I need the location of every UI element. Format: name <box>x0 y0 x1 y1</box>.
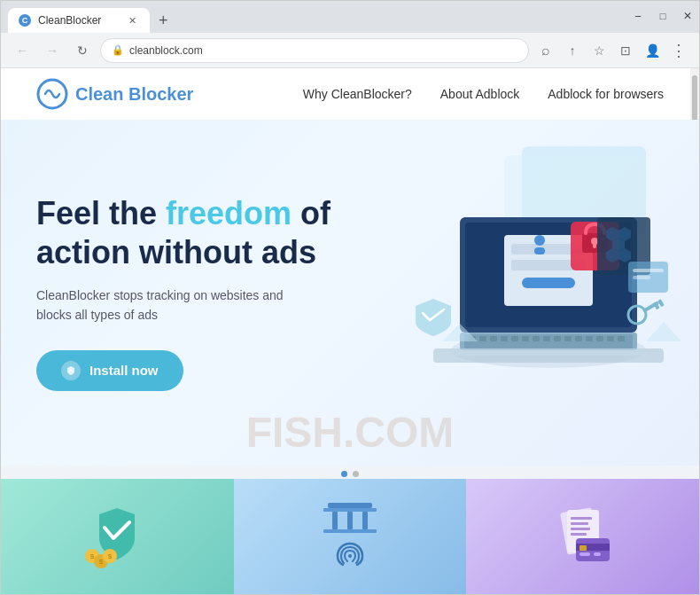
logo-clean: Clean <box>75 84 123 104</box>
svg-rect-57 <box>328 503 372 508</box>
cards-section: $ $ $ <box>1 479 699 594</box>
active-tab[interactable]: C CleanBlocker ✕ <box>8 8 150 33</box>
hero-title-part2: of <box>292 195 331 231</box>
maximize-button[interactable]: □ <box>650 4 675 28</box>
tab-title: CleanBlocker <box>38 14 101 27</box>
forward-button[interactable]: → <box>40 38 65 63</box>
url-bar[interactable]: 🔒 cleanblock.com <box>100 38 529 63</box>
svg-rect-61 <box>362 512 368 529</box>
tab-bar: C CleanBlocker ✕ + <box>8 1 692 33</box>
webpage-content: Clean Blocker Why CleanBlocker? About Ad… <box>1 68 699 594</box>
svg-point-63 <box>348 554 352 558</box>
nav-adblock-browsers[interactable]: Adblock for browsers <box>548 87 664 101</box>
hero-title-highlight: freedom <box>166 195 292 231</box>
hero-content: Feel the freedom of action without ads C… <box>36 194 664 390</box>
svg-rect-60 <box>347 512 353 529</box>
close-button[interactable]: ✕ <box>675 4 700 28</box>
site-navigation: Clean Blocker Why CleanBlocker? About Ad… <box>1 68 699 120</box>
svg-text:$: $ <box>108 552 113 560</box>
favicon-letter: C <box>22 16 28 25</box>
svg-rect-58 <box>323 508 377 512</box>
card-1-illustration: $ $ $ <box>73 492 161 581</box>
maximize-icon: □ <box>660 11 666 21</box>
refresh-icon: ↻ <box>77 43 88 58</box>
hero-title-part1: Feel the <box>36 195 166 231</box>
close-icon: ✕ <box>683 10 692 22</box>
install-button-label: Install now <box>89 363 159 378</box>
extensions-icon[interactable]: ⊡ <box>614 39 637 62</box>
nav-about-adblock[interactable]: About Adblock <box>440 87 520 101</box>
carousel-dot-2[interactable] <box>353 471 359 477</box>
install-icon <box>61 361 81 380</box>
hero-section: Feel the freedom of action without ads C… <box>1 120 699 466</box>
logo-icon <box>36 78 68 110</box>
card-2 <box>234 479 467 594</box>
logo: Clean Blocker <box>36 78 193 110</box>
share-icon[interactable]: ↑ <box>561 39 584 62</box>
svg-rect-72 <box>579 552 590 556</box>
svg-rect-68 <box>571 528 590 530</box>
card-1: $ $ $ <box>1 479 234 594</box>
svg-rect-59 <box>332 512 338 529</box>
svg-rect-67 <box>571 522 588 525</box>
forward-icon: → <box>46 43 58 58</box>
hero-subtitle: CleanBlocker stops tracking on websites … <box>36 286 320 325</box>
svg-rect-62 <box>323 529 377 533</box>
lock-icon: 🔒 <box>112 44 124 56</box>
tab-favicon: C <box>19 14 31 27</box>
back-icon: ← <box>16 43 28 58</box>
title-bar: C CleanBlocker ✕ + − □ ✕ <box>1 1 699 33</box>
bookmark-icon[interactable]: ☆ <box>587 39 611 62</box>
tab-close-button[interactable]: ✕ <box>125 13 139 27</box>
svg-rect-73 <box>594 552 601 556</box>
svg-text:$: $ <box>99 558 104 566</box>
hero-title: Feel the freedom of action without ads <box>36 194 664 270</box>
refresh-button[interactable]: ↻ <box>70 38 95 63</box>
account-icon[interactable]: 👤 <box>641 39 664 62</box>
search-icon[interactable]: ⌕ <box>534 39 557 62</box>
watermark: FISH.COM <box>246 408 455 457</box>
main-nav: Why CleanBlocker? About Adblock Adblock … <box>303 87 664 101</box>
minimize-button[interactable]: − <box>626 4 650 28</box>
back-button[interactable]: ← <box>10 38 35 63</box>
browser-window: C CleanBlocker ✕ + − □ ✕ ← → <box>0 0 700 595</box>
address-bar-icons: ⌕ ↑ ☆ ⊡ 👤 ⋮ <box>534 39 690 62</box>
svg-text:$: $ <box>90 552 95 560</box>
minimize-icon: − <box>634 10 642 23</box>
svg-rect-74 <box>579 545 587 551</box>
card-2-illustration <box>306 492 394 581</box>
svg-rect-69 <box>571 533 587 536</box>
address-bar: ← → ↻ 🔒 cleanblock.com ⌕ ↑ ☆ ⊡ � <box>1 33 699 68</box>
new-tab-button[interactable]: + <box>150 8 177 33</box>
svg-point-1 <box>70 369 73 372</box>
install-button[interactable]: Install now <box>36 350 183 391</box>
card-3 <box>466 479 699 594</box>
shield-icon <box>66 365 76 376</box>
nav-why-cleanblocker[interactable]: Why CleanBlocker? <box>303 87 412 101</box>
logo-text: Clean Blocker <box>75 84 193 105</box>
svg-rect-66 <box>571 517 592 520</box>
carousel-dot-1[interactable] <box>341 471 347 477</box>
menu-button[interactable]: ⋮ <box>667 39 690 62</box>
url-text: cleanblock.com <box>129 44 517 57</box>
card-3-illustration <box>539 492 627 581</box>
hero-title-line2: action without ads <box>36 234 316 270</box>
logo-blocker: Blocker <box>123 84 193 104</box>
